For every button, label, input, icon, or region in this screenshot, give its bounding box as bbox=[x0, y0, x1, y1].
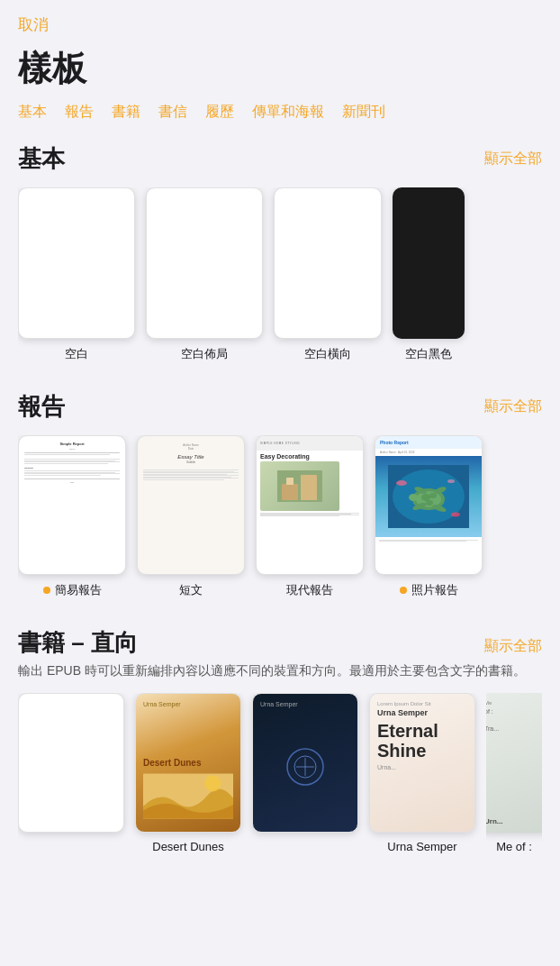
books-template-row: Urna Semper Desert Dunes Desert Dunes Ur… bbox=[18, 693, 542, 853]
blank-layout-thumbnail bbox=[146, 187, 263, 339]
report-section: 報告 顯示全部 Simple Report Subtitle Heading bbox=[0, 377, 560, 613]
svg-point-18 bbox=[447, 479, 455, 483]
modern-report-thumbnail: SIMPLE HOME STYLING Easy Decorating bbox=[256, 435, 364, 575]
basic-show-all-button[interactable]: 顯示全部 bbox=[484, 150, 542, 169]
svg-point-11 bbox=[409, 494, 418, 501]
template-book-urna[interactable]: Lorem Ipsum Dolor Sit Urna Semper Eterna… bbox=[369, 693, 475, 853]
blank-landscape-thumbnail bbox=[274, 187, 382, 339]
blank-black-thumbnail bbox=[393, 187, 465, 339]
svg-rect-3 bbox=[301, 475, 317, 500]
top-bar: 取消 bbox=[0, 0, 560, 42]
template-book-dark[interactable]: Urna Semper bbox=[252, 693, 358, 833]
book-desert-label: Desert Dunes bbox=[152, 840, 223, 853]
svg-point-17 bbox=[451, 513, 460, 517]
svg-point-9 bbox=[429, 493, 437, 498]
simple-report-label: 簡易報告 bbox=[43, 582, 102, 598]
cancel-button[interactable]: 取消 bbox=[18, 14, 49, 35]
svg-point-20 bbox=[204, 775, 221, 791]
book-urna-thumbnail: Lorem Ipsum Dolor Sit Urna Semper Eterna… bbox=[369, 693, 475, 833]
template-simple-report[interactable]: Simple Report Subtitle Heading Page bbox=[18, 435, 126, 598]
category-flyer[interactable]: 傳單和海報 bbox=[252, 103, 324, 122]
svg-point-16 bbox=[396, 480, 407, 486]
category-resume[interactable]: 履歷 bbox=[205, 103, 234, 122]
book-urna-label: Urna Semper bbox=[387, 840, 456, 853]
category-report[interactable]: 報告 bbox=[65, 103, 94, 122]
book-me-label: Me of : bbox=[496, 840, 532, 853]
books-section: 書籍 – 直向 顯示全部 輸出 EPUB 時可以重新編排內容以適應不同的裝置和方… bbox=[0, 613, 560, 868]
basic-section-header: 基本 顯示全部 bbox=[18, 143, 542, 175]
template-book-desert[interactable]: Urna Semper Desert Dunes Desert Dunes bbox=[135, 693, 241, 853]
books-show-all-button[interactable]: 顯示全部 bbox=[484, 637, 542, 656]
template-blank[interactable]: 空白 bbox=[18, 187, 135, 362]
blank-label: 空白 bbox=[65, 346, 88, 362]
template-modern-report[interactable]: SIMPLE HOME STYLING Easy Decorating bbox=[256, 435, 364, 598]
report-section-title: 報告 bbox=[18, 391, 65, 423]
svg-point-10 bbox=[426, 500, 433, 506]
template-book-me[interactable]: Me of :Tra... Urn... Me of : bbox=[486, 693, 542, 853]
svg-rect-1 bbox=[282, 484, 298, 500]
template-blank-black[interactable]: 空白黑色 bbox=[393, 187, 465, 362]
category-nav: 基本 報告 書籍 書信 履歷 傳單和海報 新聞刊 bbox=[0, 103, 560, 136]
template-blank-landscape[interactable]: 空白橫向 bbox=[274, 187, 382, 362]
report-template-row: Simple Report Subtitle Heading Page bbox=[18, 435, 542, 598]
blank-landscape-label: 空白橫向 bbox=[304, 346, 351, 362]
category-basic[interactable]: 基本 bbox=[18, 103, 47, 122]
template-blank-layout[interactable]: 空白佈局 bbox=[146, 187, 263, 362]
category-news[interactable]: 新聞刊 bbox=[342, 103, 385, 122]
photo-report-label: 照片報告 bbox=[400, 582, 458, 598]
books-section-header: 書籍 – 直向 顯示全部 bbox=[18, 627, 542, 659]
template-essay[interactable]: Author NameDate Essay Title Subtitle 短文 bbox=[137, 435, 245, 598]
blank-layout-label: 空白佈局 bbox=[181, 346, 228, 362]
svg-rect-2 bbox=[286, 478, 294, 485]
report-show-all-button[interactable]: 顯示全部 bbox=[484, 397, 542, 416]
modern-report-label: 現代報告 bbox=[286, 582, 333, 598]
essay-label: 短文 bbox=[179, 582, 203, 598]
category-books[interactable]: 書籍 bbox=[112, 103, 140, 122]
essay-thumbnail: Author NameDate Essay Title Subtitle bbox=[137, 435, 245, 575]
basic-section: 基本 顯示全部 空白 空白佈局 空白橫向 空白黑色 bbox=[0, 136, 560, 377]
photo-report-dot bbox=[400, 587, 407, 594]
blank-black-label: 空白黑色 bbox=[405, 346, 452, 362]
books-section-title: 書籍 – 直向 bbox=[18, 627, 138, 659]
basic-section-title: 基本 bbox=[18, 143, 65, 175]
book-dark-thumbnail: Urna Semper bbox=[252, 693, 358, 833]
blank-thumbnail bbox=[18, 187, 135, 339]
template-book-blank[interactable] bbox=[18, 693, 124, 833]
simple-report-dot bbox=[43, 587, 50, 594]
report-section-header: 報告 顯示全部 bbox=[18, 391, 542, 423]
books-section-subtitle: 輸出 EPUB 時可以重新編排內容以適應不同的裝置和方向。最適用於主要包含文字的… bbox=[18, 662, 542, 680]
template-photo-report[interactable]: Photo Report Author Name · April 16, 202… bbox=[375, 435, 483, 598]
photo-report-thumbnail: Photo Report Author Name · April 16, 202… bbox=[375, 435, 483, 575]
book-desert-thumbnail: Urna Semper Desert Dunes bbox=[135, 693, 241, 833]
category-letter[interactable]: 書信 bbox=[158, 103, 187, 122]
svg-point-8 bbox=[421, 494, 430, 501]
book-me-thumbnail: Me of :Tra... Urn... bbox=[486, 693, 542, 833]
simple-report-thumbnail: Simple Report Subtitle Heading Page bbox=[18, 435, 126, 575]
page-title: 樣板 bbox=[0, 42, 560, 103]
basic-template-row: 空白 空白佈局 空白橫向 空白黑色 bbox=[18, 187, 542, 362]
book-blank-thumbnail bbox=[18, 693, 124, 833]
